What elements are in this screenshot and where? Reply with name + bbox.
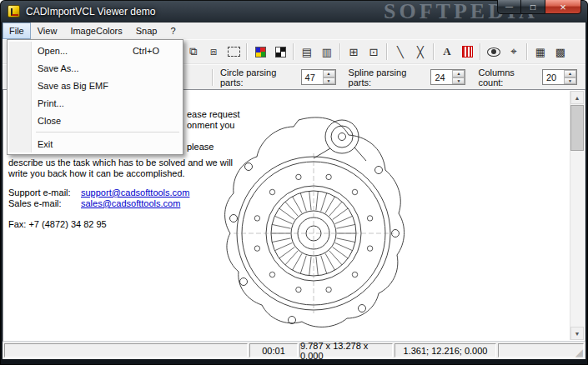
palette-icon (255, 47, 266, 58)
doc-lines-right-icon: ▥ (322, 46, 332, 58)
invert-colors-tool-button[interactable] (270, 42, 290, 62)
grid-tool-button[interactable]: ▦ (530, 42, 550, 62)
grid-icon: ▦ (535, 46, 545, 58)
text-line-4: describe us the task which has to be sol… (8, 158, 233, 168)
file-menu-print-label: Print... (38, 98, 64, 108)
columns-up-button[interactable]: ▲ (564, 70, 576, 78)
crossing-lines-tool-button[interactable]: ╳ (410, 42, 430, 62)
status-bar: 00:01 9.787 x 13.278 x 0.000 1.361; 12.2… (3, 342, 585, 359)
pages-icon: ⧈ (210, 45, 217, 58)
layers-icon: ⧉ (189, 45, 197, 58)
grid-dense-tool-button[interactable]: ▩ (550, 42, 570, 62)
file-menu-print[interactable]: Print... (9, 94, 181, 112)
layers-tool-button[interactable]: ⧉ (183, 42, 204, 62)
toolbar-separator (246, 43, 248, 60)
title-bar[interactable]: CADImportVCL Viewer demo SOFTPEDIA — □ × (0, 0, 588, 22)
toolbar-separator (480, 43, 481, 60)
file-menu-save-big-emf-label: Save as Big EMF (38, 81, 108, 91)
menu-file[interactable]: File (3, 22, 31, 39)
selection-tool-button[interactable] (224, 42, 244, 62)
circle-parsing-stepper[interactable]: 47 ▲ ▼ (301, 69, 336, 85)
file-menu-save-big-emf[interactable]: Save as Big EMF (9, 77, 181, 94)
scrollbar-thumb[interactable] (570, 105, 584, 151)
menu-help[interactable]: ? (163, 22, 182, 39)
cad-drawing (215, 108, 405, 333)
columns-count-stepper[interactable]: 20 ▲ ▼ (542, 69, 577, 85)
menu-view[interactable]: View (31, 22, 64, 39)
columns-count-value[interactable]: 20 (543, 70, 564, 84)
toolbar-separator (212, 69, 214, 86)
file-menu-exit[interactable]: Exit (9, 135, 181, 152)
file-menu-open-shortcut: Ctrl+O (133, 46, 181, 56)
point-box-alt-tool-button[interactable]: ⊡ (364, 42, 384, 62)
palette-tool-button[interactable] (250, 42, 270, 62)
toolbar-separator (386, 43, 388, 60)
scroll-up-button[interactable]: ▲ (570, 91, 584, 104)
circle-parsing-buttons: ▲ ▼ (323, 70, 335, 84)
doc-right-tool-button[interactable]: ▥ (317, 42, 337, 62)
visibility-tool-button[interactable] (484, 42, 504, 62)
spline-parsing-buttons: ▲ ▼ (452, 70, 465, 84)
status-panel-empty (4, 343, 248, 358)
toolbar-separator (433, 43, 435, 60)
snap-tool-button[interactable]: ⌖ (504, 42, 524, 62)
file-menu-close[interactable]: Close (9, 112, 181, 129)
status-coordinates: 1.361; 12.216; 0.000 (395, 343, 496, 358)
minimize-icon: — (505, 2, 513, 11)
file-menu-save-as[interactable]: Save As... (9, 59, 181, 77)
menu-imagecolors[interactable]: ImageColors (63, 22, 128, 39)
text-tool-button[interactable]: A (437, 42, 457, 62)
pages-tool-button[interactable]: ⧈ (204, 42, 224, 62)
columns-count-label: Columns count: (478, 68, 538, 88)
line-icon: ╲ (397, 46, 404, 58)
resize-grip[interactable]: ◢ (575, 348, 583, 358)
sales-email-label: Sales e-mail: (8, 198, 62, 208)
app-icon (8, 5, 20, 18)
fax-line: Fax: +7 (4872) 34 82 95 (8, 219, 107, 229)
circle-parsing-value[interactable]: 47 (302, 70, 323, 84)
menu-snap[interactable]: Snap (129, 22, 164, 39)
file-menu-open-label: Open... (38, 46, 68, 56)
menu-bar: File View ImageColors Snap ? (3, 22, 585, 39)
file-menu-close-label: Close (38, 116, 61, 126)
hatch-icon (462, 46, 473, 58)
eye-icon (487, 48, 500, 57)
maximize-button[interactable]: □ (521, 0, 545, 14)
invert-colors-icon (275, 47, 286, 58)
vertical-scrollbar[interactable]: ▲ ▼ (570, 91, 584, 340)
circle-up-button[interactable]: ▲ (323, 70, 335, 78)
columns-down-button[interactable]: ▼ (564, 78, 576, 85)
text-line-5: write you back how it can be accomplishe… (8, 168, 185, 178)
text-icon: A (443, 45, 450, 58)
spline-down-button[interactable]: ▼ (452, 78, 465, 85)
spline-up-button[interactable]: ▲ (452, 70, 465, 78)
crossing-lines-icon: ╳ (417, 46, 424, 58)
housing-outline (225, 118, 405, 328)
spline-parsing-value[interactable]: 24 (431, 70, 452, 84)
spline-parsing-stepper[interactable]: 24 ▲ ▼ (430, 69, 465, 85)
selection-rect-icon (228, 47, 240, 57)
scroll-down-button[interactable]: ▼ (570, 327, 584, 340)
doc-lines-left-icon: ▤ (302, 46, 312, 58)
sales-email-link[interactable]: sales@cadsofttools.com (81, 198, 180, 208)
point-box-tool-button[interactable]: ⊞ (344, 42, 364, 62)
spline-parsing-label: Spline parsing parts: (349, 68, 427, 88)
app-window: CADImportVCL Viewer demo SOFTPEDIA — □ ×… (0, 0, 588, 365)
status-panel-right: ◢ (498, 343, 584, 358)
file-menu-save-as-label: Save As... (38, 63, 79, 73)
grid-dense-icon: ▩ (555, 46, 565, 58)
close-button[interactable]: × (545, 0, 581, 14)
toolbar-separator (339, 43, 341, 60)
doc-left-tool-button[interactable]: ▤ (297, 42, 317, 62)
window-controls: — □ × (497, 0, 581, 14)
text-fragment-3: please (187, 142, 214, 152)
minimize-button[interactable]: — (497, 0, 521, 14)
hatch-tool-button[interactable] (457, 42, 477, 62)
support-email-label: Support e-mail: (8, 188, 71, 198)
line-tool-button[interactable]: ╲ (390, 42, 410, 62)
toolbar-separator (293, 43, 294, 60)
point-box-icon: ⊞ (349, 46, 359, 58)
support-email-link[interactable]: support@cadsofttools.com (81, 188, 189, 198)
circle-down-button[interactable]: ▼ (323, 78, 335, 85)
file-menu-open[interactable]: Open... Ctrl+O (9, 42, 181, 59)
